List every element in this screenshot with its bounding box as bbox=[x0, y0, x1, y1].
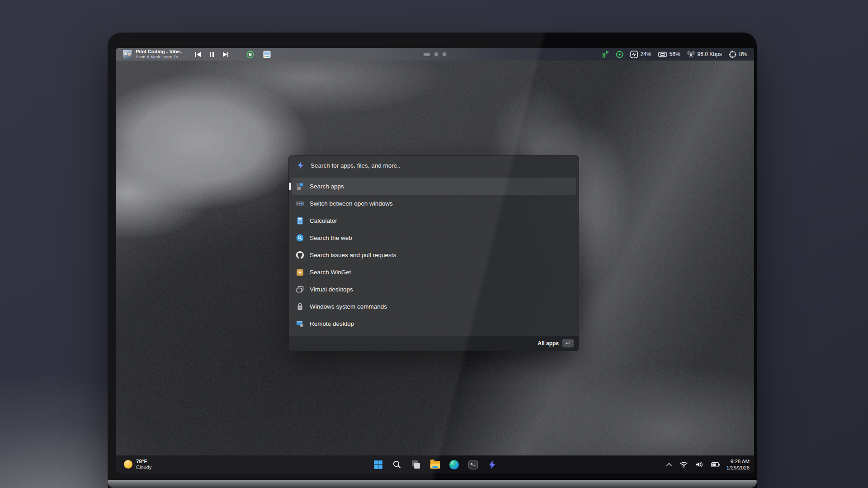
cpu-value: 8% bbox=[739, 51, 747, 57]
list-item-switch-windows[interactable]: Switch between open windows bbox=[292, 195, 576, 212]
desk-backdrop: Pilot Coding - Vibe.. Scott & Mark Learn… bbox=[0, 0, 868, 488]
previous-icon bbox=[195, 52, 201, 57]
media-title: Pilot Coding - Vibe.. bbox=[136, 49, 183, 55]
timer-button[interactable] bbox=[244, 50, 257, 59]
task-view-icon bbox=[411, 460, 421, 469]
windows-logo-icon bbox=[374, 460, 382, 469]
wifi-button[interactable] bbox=[679, 460, 689, 469]
handle-dot[interactable] bbox=[443, 52, 447, 56]
weather-condition: Cloudy bbox=[136, 465, 151, 470]
system-stats: 24% 56% bbox=[602, 51, 747, 58]
winget-icon bbox=[296, 268, 304, 276]
activity-icon bbox=[630, 51, 638, 58]
taskbar-apps: >_ bbox=[372, 459, 498, 470]
file-explorer-button[interactable] bbox=[429, 459, 441, 470]
media-subtitle: Scott & Mark Learn To.. bbox=[136, 55, 183, 60]
git-branch-icon bbox=[602, 51, 609, 58]
list-item-label: Search issues and pull requests bbox=[310, 252, 396, 258]
pause-button[interactable] bbox=[207, 51, 217, 58]
start-button[interactable] bbox=[372, 459, 384, 470]
list-item-label: Virtual desktops bbox=[310, 286, 353, 293]
album-art bbox=[123, 50, 132, 59]
list-item-label: Remote desktop bbox=[310, 320, 354, 327]
branch-status bbox=[602, 51, 609, 58]
calculator-icon bbox=[296, 217, 304, 225]
powertoys-button[interactable] bbox=[486, 459, 498, 470]
clock[interactable]: 9:28 AM 1/29/2026 bbox=[726, 458, 750, 471]
list-item-virtual-desktops[interactable]: Virtual desktops bbox=[292, 281, 576, 298]
result-list: Search apps Switch between open windows … bbox=[289, 175, 579, 335]
list-item-github-search[interactable]: Search issues and pull requests bbox=[292, 246, 576, 263]
list-item-label: Search the web bbox=[310, 235, 352, 241]
terminal-button[interactable]: >_ bbox=[467, 459, 479, 470]
list-item-label: Calculator bbox=[310, 217, 337, 224]
list-item-search-web[interactable]: Search the web bbox=[292, 229, 576, 246]
github-icon bbox=[296, 251, 304, 259]
screenshot-tool-icon bbox=[263, 51, 271, 58]
all-apps-label: All apps bbox=[538, 340, 559, 347]
system-commands-icon bbox=[296, 303, 304, 310]
tray-chevron-button[interactable] bbox=[665, 461, 673, 468]
network-value: 96.0 Kbps bbox=[698, 51, 722, 57]
record-icon bbox=[616, 51, 623, 58]
screenshot-tool-button[interactable] bbox=[260, 50, 274, 59]
file-explorer-icon bbox=[430, 461, 440, 469]
terminal-icon: >_ bbox=[468, 460, 478, 469]
apps-grid-icon bbox=[296, 183, 304, 190]
taskbar: 78°F Cloudy bbox=[116, 455, 754, 474]
memory-stat: 56% bbox=[658, 51, 680, 58]
next-track-button[interactable] bbox=[220, 51, 231, 58]
memory-icon bbox=[658, 51, 667, 58]
wifi-icon bbox=[680, 462, 688, 468]
weather-temp: 78°F bbox=[136, 459, 151, 465]
cpu-icon bbox=[729, 51, 736, 58]
taskbar-search-button[interactable] bbox=[391, 459, 403, 470]
timer-icon bbox=[246, 51, 254, 58]
search-icon bbox=[392, 460, 401, 469]
list-item-calculator[interactable]: Calculator bbox=[292, 212, 576, 229]
remote-desktop-icon bbox=[296, 320, 304, 328]
media-widget: Pilot Coding - Vibe.. Scott & Mark Learn… bbox=[123, 49, 274, 60]
list-item-remote-desktop[interactable]: Remote desktop bbox=[292, 315, 576, 332]
powertoys-bolt-icon bbox=[488, 460, 496, 469]
task-view-button[interactable] bbox=[410, 459, 422, 470]
activity-stat: 24% bbox=[630, 51, 651, 58]
tray-date: 1/29/2026 bbox=[726, 465, 750, 471]
list-item-search-apps[interactable]: Search apps bbox=[292, 178, 576, 195]
list-item-label: Search WinGet bbox=[310, 269, 351, 276]
list-item-system-commands[interactable]: Windows system commands bbox=[292, 298, 576, 315]
speaker-icon bbox=[696, 461, 703, 468]
edge-button[interactable] bbox=[448, 459, 460, 470]
command-palette: Search for apps, files, and more.. Searc… bbox=[288, 155, 579, 351]
edge-icon bbox=[449, 460, 459, 469]
memory-value: 56% bbox=[670, 51, 680, 57]
previous-track-button[interactable] bbox=[193, 51, 203, 58]
battery-button[interactable] bbox=[710, 461, 721, 469]
screen: Pilot Coding - Vibe.. Scott & Mark Learn… bbox=[116, 48, 754, 474]
tray-time: 9:28 AM bbox=[726, 458, 750, 465]
enter-key-button[interactable]: ↵ bbox=[562, 339, 574, 347]
network-stat: 96.0 Kbps bbox=[687, 51, 722, 58]
palette-footer: All apps ↵ bbox=[289, 335, 579, 351]
search-input[interactable]: Search for apps, files, and more.. bbox=[289, 156, 579, 175]
cpu-stat: 8% bbox=[729, 51, 747, 58]
web-search-icon bbox=[296, 234, 304, 242]
list-item-label: Search apps bbox=[310, 183, 344, 190]
volume-button[interactable] bbox=[694, 460, 704, 469]
system-tray: 9:28 AM 1/29/2026 bbox=[665, 458, 750, 471]
laptop-base bbox=[108, 480, 757, 488]
next-icon bbox=[223, 52, 228, 57]
search-placeholder: Search for apps, files, and more.. bbox=[311, 162, 401, 169]
virtual-desktops-icon bbox=[296, 286, 304, 293]
command-palette-bolt-icon bbox=[297, 161, 305, 169]
laptop: Pilot Coding - Vibe.. Scott & Mark Learn… bbox=[108, 33, 757, 488]
pause-icon bbox=[210, 52, 214, 57]
handle-dot[interactable] bbox=[434, 52, 439, 56]
minimize-dash[interactable] bbox=[424, 53, 430, 56]
activity-value: 24% bbox=[641, 51, 651, 57]
list-item-winget-search[interactable]: Search WinGet bbox=[292, 263, 576, 281]
weather-widget[interactable]: 78°F Cloudy bbox=[121, 457, 154, 472]
list-item-label: Windows system commands bbox=[310, 303, 387, 310]
topbar-handle bbox=[424, 52, 447, 56]
record-status bbox=[616, 51, 623, 58]
